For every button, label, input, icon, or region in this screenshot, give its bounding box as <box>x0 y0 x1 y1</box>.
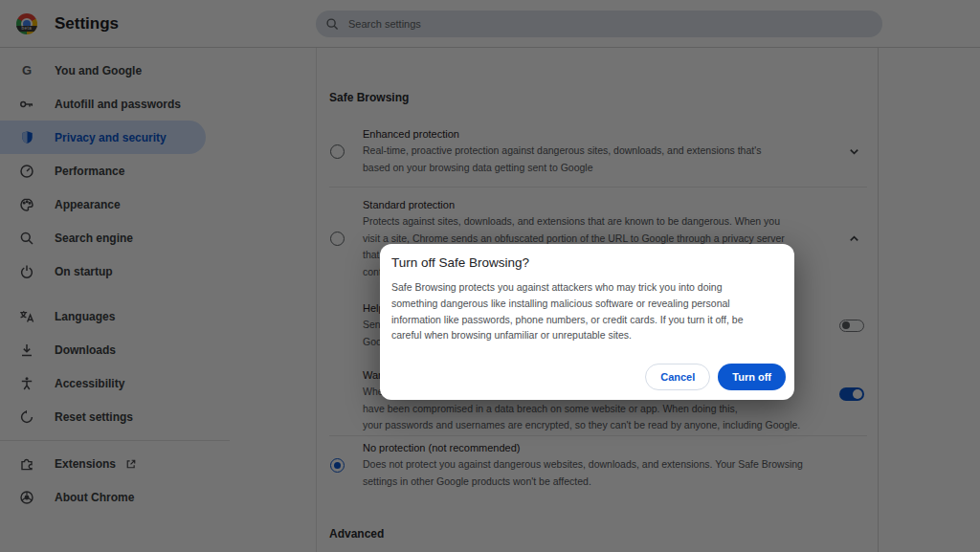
settings-window: beta Settings G You and Google Autofill … <box>0 0 980 552</box>
cancel-button[interactable]: Cancel <box>645 364 710 390</box>
dialog-body: Safe Browsing protects you against attac… <box>391 279 744 343</box>
turn-off-button[interactable]: Turn off <box>718 364 786 390</box>
dialog-actions: Cancel Turn off <box>645 364 786 390</box>
turn-off-safe-browsing-dialog: Turn off Safe Browsing? Safe Browsing pr… <box>380 244 794 400</box>
dialog-title: Turn off Safe Browsing? <box>391 254 529 273</box>
